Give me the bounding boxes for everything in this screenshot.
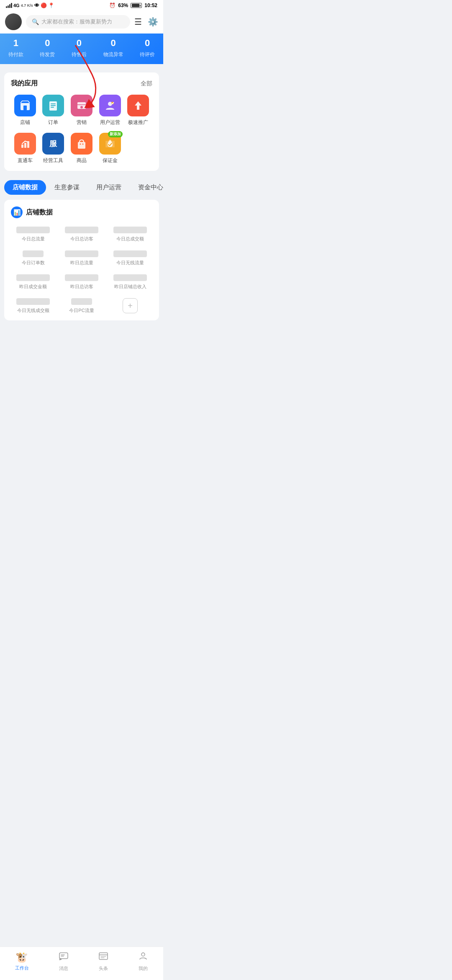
order-label-3: 物流异常: [103, 51, 123, 58]
data-item-8[interactable]: 昨日店铺总收入: [108, 274, 152, 290]
app-label-deposit: 保证金: [103, 157, 118, 164]
app-marketing[interactable]: 营销: [67, 95, 96, 126]
data-label-0: 今日总流量: [22, 236, 45, 242]
data-item-1[interactable]: 今日总访客: [59, 227, 104, 242]
search-bar[interactable]: 🔍 大家都在搜索：服饰夏新势力: [26, 15, 130, 28]
app-icon-deposit: 新添加: [99, 133, 121, 155]
battery-percent: 63%: [118, 3, 128, 8]
order-num-1: 0: [45, 38, 50, 49]
data-item-5[interactable]: 今日无线流量: [108, 250, 152, 266]
order-num-0: 1: [13, 38, 18, 49]
data-item-9[interactable]: 今日无线成交额: [11, 298, 55, 314]
app-order[interactable]: 订单: [39, 95, 68, 126]
data-value-4: [65, 250, 98, 257]
avatar[interactable]: [5, 13, 22, 30]
app-user-ops[interactable]: 用户运营: [96, 95, 124, 126]
data-label-3: 今日订单数: [22, 260, 45, 266]
app-direct[interactable]: 直通车: [11, 133, 39, 164]
order-num-2: 0: [77, 38, 82, 49]
settings-icon[interactable]: ⚙️: [148, 17, 158, 27]
data-label-9: 今日无线成交额: [17, 307, 49, 314]
my-apps-section: 我的应用 全部 店铺: [4, 72, 159, 171]
my-apps-header: 我的应用 全部: [11, 79, 152, 88]
svg-point-16: [80, 144, 81, 145]
order-label-1: 待发货: [40, 51, 55, 58]
app-grid: 店铺 订单: [11, 95, 152, 164]
app-fast-promo[interactable]: 极速推广: [124, 95, 152, 126]
data-item-4[interactable]: 昨日总流量: [59, 250, 104, 266]
app-tools[interactable]: 服 经营工具: [39, 133, 68, 164]
order-status-item-2[interactable]: 0 待售后: [72, 38, 87, 58]
add-icon: +: [123, 298, 138, 313]
signal-icon: [6, 3, 12, 8]
svg-point-17: [82, 144, 83, 145]
data-value-10: [71, 298, 92, 305]
app-store[interactable]: 店铺: [11, 95, 39, 126]
status-right: ⏰ 63% 10:52: [109, 3, 157, 8]
app-icon-direct: [14, 133, 36, 155]
data-item-7[interactable]: 昨日总访客: [59, 274, 104, 290]
svg-rect-13: [24, 143, 26, 148]
app-goods[interactable]: 商品: [67, 133, 96, 164]
data-value-5: [113, 250, 147, 257]
order-status-item-1[interactable]: 0 待发货: [40, 38, 55, 58]
tab-user-ops[interactable]: 用户运营: [88, 180, 130, 195]
tab-selector: 店铺数据 生意参谋 用户运营 资金中心: [0, 175, 163, 200]
search-icon: 🔍: [32, 18, 39, 25]
tab-store-data[interactable]: 店铺数据: [4, 180, 46, 195]
store-data-card: 📊 店铺数据 今日总流量 今日总访客 今日总成交额 今日订单数: [4, 200, 159, 320]
data-item-2[interactable]: 今日总成交额: [108, 227, 152, 242]
data-value-6: [16, 274, 50, 281]
data-item-3[interactable]: 今日订单数: [11, 250, 55, 266]
my-apps-title: 我的应用: [11, 79, 38, 88]
tab-finance[interactable]: 资金中心: [130, 180, 163, 195]
order-status-item-0[interactable]: 1 待付款: [8, 38, 23, 58]
data-label-5: 今日无线流量: [116, 260, 144, 266]
svg-rect-15: [78, 142, 85, 149]
svg-rect-5: [51, 107, 54, 108]
network-speed: 4.7 K/s: [21, 3, 33, 8]
data-item-add[interactable]: +: [108, 298, 152, 314]
svg-rect-12: [21, 144, 23, 148]
app-label-tools: 经营工具: [43, 157, 63, 164]
order-status-item-4[interactable]: 0 待评价: [140, 38, 155, 58]
signal-type: 4G: [13, 3, 20, 8]
search-text: 大家都在搜索：服饰夏新势力: [41, 18, 112, 26]
data-item-10[interactable]: 今日PC流量: [59, 298, 104, 314]
data-value-8: [113, 274, 147, 281]
order-label-2: 待售后: [72, 51, 87, 58]
app-label-store: 店铺: [20, 119, 30, 126]
order-status-item-3[interactable]: 0 物流异常: [103, 38, 123, 58]
alarm-icon: ⏰: [109, 3, 116, 8]
app-icon-tools: 服: [42, 133, 64, 155]
app-label-goods: 商品: [77, 157, 87, 164]
store-data-icon: 📊: [11, 206, 23, 218]
data-grid: 今日总流量 今日总访客 今日总成交额 今日订单数 昨日总流量 今日无线流量: [11, 227, 152, 314]
svg-rect-3: [51, 103, 56, 104]
new-badge: 新添加: [108, 131, 123, 137]
app-icon-goods: [71, 133, 92, 155]
data-label-1: 今日总访客: [70, 236, 93, 242]
svg-marker-11: [135, 101, 141, 110]
store-data-title: 店铺数据: [26, 208, 53, 217]
order-status-bar: 1 待付款 0 待发货 0 待售后 0 物流异常 0 待评价: [0, 34, 163, 64]
app-icon-marketing: [71, 95, 92, 116]
my-apps-more[interactable]: 全部: [141, 80, 152, 88]
order-label-4: 待评价: [140, 51, 155, 58]
header-icons: ☰ ⚙️: [134, 17, 158, 27]
time: 10:52: [144, 3, 157, 8]
data-label-4: 昨日总流量: [70, 260, 93, 266]
menu-icon[interactable]: ☰: [134, 17, 142, 27]
status-left: 4G 4.7 K/s 👁 🔴 📍: [6, 3, 54, 8]
header: 🔍 大家都在搜索：服饰夏新势力 ☰ ⚙️: [0, 10, 163, 34]
app-deposit[interactable]: 新添加 保证金: [96, 133, 124, 164]
tab-business[interactable]: 生意参谋: [46, 180, 88, 195]
status-bar: 4G 4.7 K/s 👁 🔴 📍 ⏰ 63% 10:52: [0, 0, 163, 10]
data-label-6: 昨日成交金额: [19, 284, 47, 290]
data-item-0[interactable]: 今日总流量: [11, 227, 55, 242]
data-label-10: 今日PC流量: [69, 307, 94, 314]
app-icon-store: [14, 95, 36, 116]
svg-rect-1: [23, 106, 27, 110]
data-value-9: [16, 298, 50, 305]
data-item-6[interactable]: 昨日成交金额: [11, 274, 55, 290]
